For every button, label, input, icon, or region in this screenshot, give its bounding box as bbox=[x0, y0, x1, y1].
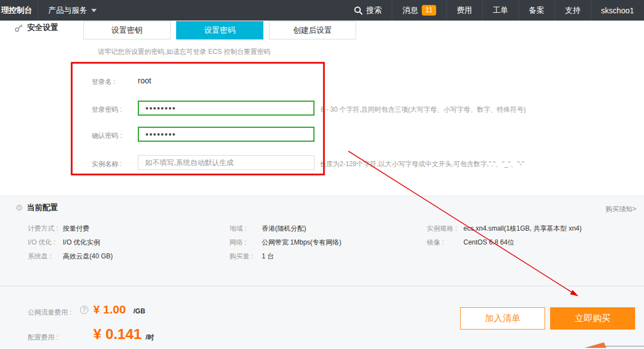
login-password-input[interactable] bbox=[138, 101, 314, 116]
config-row: 计费方式 : 按量付费 bbox=[28, 222, 113, 236]
login-name-value: root bbox=[138, 76, 151, 85]
network-label: 网络 : bbox=[229, 236, 257, 250]
products-menu[interactable]: 产品与服务 bbox=[38, 0, 107, 21]
security-section-title: 安全设置 bbox=[14, 23, 58, 33]
support-item[interactable]: 支持 bbox=[555, 0, 591, 21]
tab-set-password[interactable]: 设置密码 bbox=[176, 21, 263, 39]
config-row: 实例规格 : ecs.xn4.small(1核1GB, 共享基本型 xn4) bbox=[427, 222, 582, 236]
config-column-network: 地域 : 香港(随机分配) 网络 : 公网带宽 1Mbps(专有网络) 购买量 … bbox=[229, 222, 341, 263]
config-column-instance: 实例规格 : ecs.xn4.small(1核1GB, 共享基本型 xn4) 镜… bbox=[427, 222, 582, 250]
tab-set-key[interactable]: 设置密钥 bbox=[83, 21, 171, 39]
products-menu-label: 产品与服务 bbox=[48, 6, 87, 16]
username-item[interactable]: skschoo1 bbox=[591, 0, 644, 21]
config-fee-unit: /时 bbox=[146, 333, 154, 342]
login-name-label: 登录名 : bbox=[92, 77, 116, 87]
instance-type-value: ecs.xn4.small(1核1GB, 共享基本型 xn4) bbox=[463, 222, 582, 236]
current-config-section: ⚙ 当前配置 购买须知> 计费方式 : 按量付费 I/O 优化 : I/O 优化… bbox=[0, 196, 644, 286]
config-row: 系统盘 : 高效云盘(40 GB) bbox=[28, 250, 113, 263]
confirm-password-input[interactable] bbox=[138, 127, 314, 142]
config-fee-price: ¥ 0.141 bbox=[93, 326, 142, 343]
billing-method-label: 计费方式 : bbox=[28, 222, 58, 236]
network-value: 公网带宽 1Mbps(专有网络) bbox=[262, 236, 341, 250]
billing-method-value: 按量付费 bbox=[63, 222, 89, 236]
traffic-fee-unit: /GB bbox=[133, 307, 145, 315]
search-button[interactable]: 搜索 bbox=[344, 0, 392, 21]
io-optimize-label: I/O 优化 : bbox=[28, 236, 58, 250]
instance-name-input[interactable] bbox=[138, 155, 314, 170]
ecs-purchase-page: 理控制台 产品与服务 搜索 消息 11 费用 工单 备案 支持 skschoo1 bbox=[0, 0, 644, 349]
config-column-billing: 计费方式 : 按量付费 I/O 优化 : I/O 优化实例 系统盘 : 高效云盘… bbox=[28, 222, 113, 263]
config-row: I/O 优化 : I/O 优化实例 bbox=[28, 236, 113, 250]
messages-count-badge: 11 bbox=[422, 5, 436, 16]
confirm-password-label: 确认密码 : bbox=[92, 131, 122, 141]
beian-item[interactable]: 备案 bbox=[519, 0, 555, 21]
region-value: 香港(随机分配) bbox=[262, 222, 306, 236]
config-fee-label: 配置费用 : bbox=[28, 333, 58, 342]
instance-name-label: 实例名称 : bbox=[92, 159, 122, 169]
traffic-fee-label: 公网流量费用 : bbox=[28, 308, 72, 317]
image-value: CentOS 6.8 64位 bbox=[463, 236, 514, 250]
top-navbar: 理控制台 产品与服务 搜索 消息 11 费用 工单 备案 支持 skschoo1 bbox=[0, 0, 644, 21]
security-title-text: 安全设置 bbox=[27, 23, 58, 33]
tickets-item[interactable]: 工单 bbox=[483, 0, 518, 21]
security-tabs: 设置密钥 设置密码 创建后设置 bbox=[83, 21, 356, 39]
io-optimize-value: I/O 优化实例 bbox=[63, 236, 100, 250]
navbar-spacer bbox=[107, 0, 344, 21]
system-disk-label: 系统盘 : bbox=[28, 250, 58, 263]
console-title[interactable]: 理控制台 bbox=[0, 0, 38, 21]
messages-label: 消息 bbox=[402, 6, 418, 16]
tab-post-create[interactable]: 创建后设置 bbox=[269, 21, 356, 39]
instance-type-label: 实例规格 : bbox=[427, 222, 459, 236]
image-label: 镜像 : bbox=[427, 236, 459, 250]
config-row: 网络 : 公网带宽 1Mbps(专有网络) bbox=[229, 236, 341, 250]
config-row: 购买量 : 1 台 bbox=[229, 250, 341, 263]
config-title-text: 当前配置 bbox=[27, 203, 58, 213]
quantity-label: 购买量 : bbox=[229, 250, 257, 263]
config-row: 地域 : 香港(随机分配) bbox=[229, 222, 341, 236]
search-label: 搜索 bbox=[366, 6, 382, 16]
region-label: 地域 : bbox=[229, 222, 257, 236]
password-hint: 8 - 30 个字符,且同时包含三项(大写字母、小写字母、数字、特殊符号) bbox=[321, 105, 526, 114]
traffic-fee-price: ¥ 1.00 bbox=[93, 303, 126, 316]
login-password-label: 登录密码 : bbox=[92, 105, 122, 114]
chevron-down-icon bbox=[91, 9, 97, 12]
config-row: 镜像 : CentOS 6.8 64位 bbox=[427, 236, 582, 250]
fees-item[interactable]: 费用 bbox=[447, 0, 482, 21]
search-icon bbox=[354, 6, 363, 15]
purchase-notice-link[interactable]: 购买须知> bbox=[606, 205, 636, 214]
add-to-cart-button[interactable]: 加入清单 bbox=[460, 307, 545, 330]
key-icon bbox=[14, 23, 23, 32]
instance-name-hint: 长度为2-128个字符,以大小写字母或中文开头,可包含数字,"."、"_"、"-… bbox=[319, 159, 524, 169]
password-tip-text: 请牢记您所设置的密码,如遗忘可登录 ECS 控制台重置密码 bbox=[98, 47, 271, 57]
gear-icon: ⚙ bbox=[16, 203, 23, 213]
system-disk-value: 高效云盘(40 GB) bbox=[63, 250, 113, 263]
messages-item[interactable]: 消息 11 bbox=[392, 0, 446, 21]
quantity-value: 1 台 bbox=[262, 250, 274, 263]
config-section-title: ⚙ 当前配置 bbox=[16, 203, 58, 213]
buy-now-button[interactable]: 立即购买 bbox=[550, 307, 635, 330]
help-icon[interactable]: ? bbox=[80, 306, 88, 314]
